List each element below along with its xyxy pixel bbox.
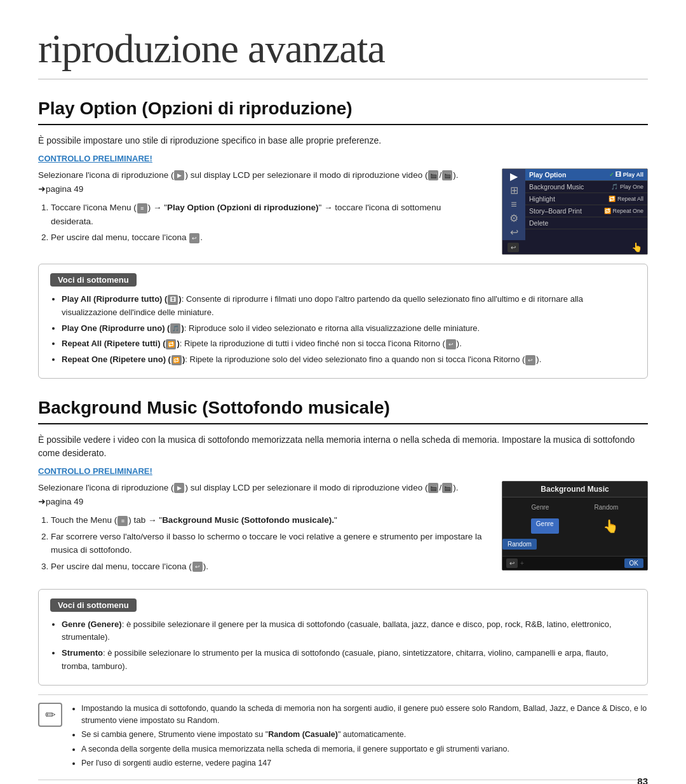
section1-voci-list: Play All (Riprodurre tutto) (🎞): Consent… bbox=[62, 293, 636, 367]
icon-menu1: ≡ bbox=[137, 203, 147, 213]
icon-repeatall: 🔁 bbox=[166, 339, 176, 349]
ui-row-highlight: Highlight 🔁 Repeat All bbox=[525, 193, 647, 205]
icon-back1: ↩ bbox=[189, 233, 199, 243]
section2-controllo: CONTROLLO PRELIMINARE! bbox=[38, 466, 648, 476]
section2-body1: Selezionare l'icona di riproduzione (▶) … bbox=[38, 481, 483, 508]
voci-item-2: Play One (Riprodurre uno) (🎵): Riproduce… bbox=[62, 322, 636, 335]
random-label-top: Random bbox=[595, 504, 619, 511]
ui-row-header-right: ✓ 🎞 Play All bbox=[609, 172, 643, 178]
voci-item-1: Play All (Riprodurre tutto) (🎞): Consent… bbox=[62, 293, 636, 320]
section2-voci-title: Voci di sottomenu bbox=[50, 598, 137, 612]
bg-back-btn: ↩ bbox=[506, 558, 518, 568]
finger-icon: 👆 bbox=[603, 518, 619, 534]
ui-row-bgmusic: Background Music 🎵 Play One bbox=[525, 181, 647, 193]
icon-gear: ⚙ bbox=[509, 213, 518, 224]
section2-intro: È possibile vedere i video con la musica… bbox=[38, 433, 648, 460]
genre-label: Genre bbox=[532, 504, 549, 511]
icon-play2: ▶ bbox=[174, 483, 184, 493]
ui-header: ▶ ⊞ ≡ ⚙ ↩ Play Option ✓ 🎞 Play All Backg… bbox=[502, 169, 647, 240]
random-btn: Random bbox=[502, 539, 537, 550]
bg-music-footer: ↩ + OK bbox=[502, 556, 647, 570]
section1-steps: Toccare l'icona Menu (≡) → "Play Option … bbox=[51, 201, 483, 245]
bg-music-items: Genre Random Genre 👆 Random bbox=[509, 504, 641, 550]
icon-return: ↩ bbox=[510, 227, 518, 238]
bg-music-btns-row: Genre 👆 bbox=[509, 518, 641, 534]
section2-title: Background Music (Sottofondo musicale) bbox=[38, 398, 648, 424]
section1-body1: Selezionare l'icona di riproduzione (▶) … bbox=[38, 168, 483, 196]
section1-controllo: CONTROLLO PRELIMINARE! bbox=[38, 154, 648, 163]
icon-grid: ⊞ bbox=[510, 186, 518, 196]
voci-item-3: Repeat All (Ripetere tutti) (🔁): Ripete … bbox=[62, 337, 636, 351]
bg-music-ui-container: Background Music Genre Random Genre 👆 Ra… bbox=[502, 481, 648, 571]
bg-music-random-row: Random bbox=[509, 539, 641, 550]
bg-music-ui: Background Music Genre Random Genre 👆 Ra… bbox=[502, 481, 648, 571]
ui-left-icons: ▶ ⊞ ≡ ⚙ ↩ bbox=[502, 169, 525, 240]
icon-playone: 🎵 bbox=[170, 323, 180, 334]
ui-row-bgmusic-right: 🎵 Play One bbox=[611, 184, 643, 190]
section2-voci-item-1: Genre (Genere): è possibile selezionare … bbox=[62, 618, 636, 645]
bg-music-header: Background Music bbox=[502, 482, 647, 497]
voci-item-4: Repeat One (Ripetere uno) (🔂): Ripete la… bbox=[62, 353, 636, 367]
section2-voci-box: Voci di sottomenu Genre (Genere): è poss… bbox=[38, 589, 648, 686]
ui-bottom-bar: ↩ 👆 bbox=[502, 240, 647, 254]
bg-music-body: Genre Random Genre 👆 Random bbox=[502, 497, 647, 556]
note-list: Impostando la musica di sottofondo, quan… bbox=[81, 703, 648, 770]
icon-video1: 🎬 bbox=[428, 170, 438, 180]
section1-content: Selezionare l'icona di riproduzione (▶) … bbox=[38, 168, 648, 255]
note-item-3: A seconda della sorgente della musica me… bbox=[81, 743, 648, 755]
section2-voci-list: Genre (Genere): è possibile selezionare … bbox=[62, 618, 636, 673]
ui-row-storyboard-right: 🔂 Repeat One bbox=[604, 208, 643, 214]
icon-playall: 🎞 bbox=[168, 295, 178, 305]
section2-content: Selezionare l'icona di riproduzione (▶) … bbox=[38, 481, 648, 580]
genre-btn: Genre bbox=[531, 518, 559, 534]
section2-text: Selezionare l'icona di riproduzione (▶) … bbox=[38, 481, 483, 580]
section1-step2: Per uscire dal menu, toccare l'icona ↩. bbox=[51, 231, 483, 245]
section2-voci-item-2: Strumento: è possibile selezionare lo st… bbox=[62, 647, 636, 673]
ui-row-bgmusic-label: Background Music bbox=[529, 183, 584, 191]
section2-step3: Per uscire dal menu, toccare l'icona (↩)… bbox=[51, 560, 483, 574]
ui-back-button: ↩ bbox=[508, 243, 519, 252]
ui-row-highlight-right: 🔁 Repeat All bbox=[609, 196, 643, 202]
ui-row-storyboard-label: Story–Board Print bbox=[529, 207, 582, 215]
hand-icon: 👆 bbox=[631, 242, 642, 252]
ui-row-storyboard: Story–Board Print 🔂 Repeat One bbox=[525, 205, 647, 217]
note-content: Impostando la musica di sottofondo, quan… bbox=[71, 703, 648, 772]
note-item-4: Per l'uso di sorgenti audio esterne, ved… bbox=[81, 757, 648, 769]
icon-play: ▶ bbox=[174, 170, 184, 180]
section1-voci-box: Voci di sottomenu Play All (Riprodurre t… bbox=[38, 264, 648, 379]
section2-step1: Touch the Menu (≡) tab → "Background Mus… bbox=[51, 513, 483, 527]
icon-play-active: ▶ bbox=[510, 172, 518, 182]
icon-back2: ↩ bbox=[192, 562, 203, 572]
icon-menu2: ≡ bbox=[118, 516, 128, 526]
icon-vid3: 🎬 bbox=[428, 483, 438, 493]
bg-footer-sep: + bbox=[520, 560, 524, 567]
icon-vid4: 🎬 bbox=[442, 483, 452, 493]
ui-row-header: Play Option ✓ 🎞 Play All bbox=[525, 169, 647, 181]
ui-row-header-label: Play Option bbox=[529, 171, 566, 179]
section1-step1: Toccare l'icona Menu (≡) → "Play Option … bbox=[51, 201, 483, 228]
page-title: riproduzione avanzata bbox=[38, 25, 648, 79]
note-box: ✏ Impostando la musica di sottofondo, qu… bbox=[38, 694, 648, 780]
ui-row-delete-label: Delete bbox=[529, 219, 548, 227]
section1-intro: È possibile impostare uno stile di ripro… bbox=[38, 134, 648, 147]
play-option-ui-container: ▶ ⊞ ≡ ⚙ ↩ Play Option ✓ 🎞 Play All Backg… bbox=[502, 168, 648, 255]
note-item-1: Impostando la musica di sottofondo, quan… bbox=[81, 703, 648, 727]
bg-music-labels-row: Genre Random bbox=[509, 504, 641, 511]
section2-step2: Far scorrere verso l'alto/verso il basso… bbox=[51, 530, 483, 557]
section1-text: Selezionare l'icona di riproduzione (▶) … bbox=[38, 168, 483, 251]
ui-row-delete: Delete bbox=[525, 217, 647, 229]
icon-repeatone: 🔂 bbox=[172, 355, 182, 365]
icon-video2: 🎬 bbox=[442, 170, 452, 180]
play-option-ui: ▶ ⊞ ≡ ⚙ ↩ Play Option ✓ 🎞 Play All Backg… bbox=[502, 168, 648, 255]
note-item-2: Se si cambia genere, Strumento viene imp… bbox=[81, 729, 648, 741]
note-icon: ✏ bbox=[38, 703, 62, 727]
ui-row-highlight-label: Highlight bbox=[529, 195, 555, 203]
section1-voci-title: Voci di sottomenu bbox=[50, 273, 137, 287]
section1-title: Play Option (Opzioni di riproduzione) bbox=[38, 98, 648, 125]
icon-menu-left: ≡ bbox=[511, 199, 516, 210]
ok-btn: OK bbox=[624, 558, 643, 568]
page-number: 83 bbox=[637, 776, 648, 784]
icon-ritorno1: ↩ bbox=[446, 339, 456, 349]
icon-ritorno2: ↩ bbox=[525, 355, 535, 365]
section2-steps: Touch the Menu (≡) tab → "Background Mus… bbox=[51, 513, 483, 573]
